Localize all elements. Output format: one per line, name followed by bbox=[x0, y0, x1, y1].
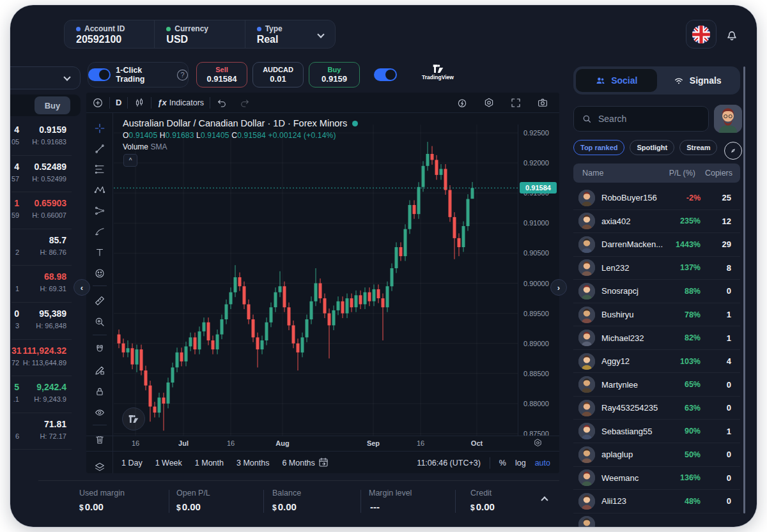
social-panel-scrollbar[interactable] bbox=[743, 66, 745, 513]
watchlist-row[interactable]: 4 05 0.9159 H: 0.91683 bbox=[12, 119, 72, 156]
watchlist-row[interactable]: 4 57 0.52489 H: 0.52499 bbox=[12, 156, 72, 193]
trader-row[interactable]: RoboBuyer156 -2% 25 bbox=[573, 186, 740, 210]
chart-type-button[interactable] bbox=[128, 93, 151, 112]
range-tab-3-months[interactable]: 3 Months bbox=[236, 459, 269, 467]
watchlist-row[interactable]: 5 .1 9,242.4 H: 9,243.9 bbox=[12, 376, 72, 413]
range-tab-1-day[interactable]: 1 Day bbox=[121, 459, 143, 467]
watchlist-group-dropdown[interactable] bbox=[10, 66, 81, 89]
chart-symbol-title[interactable]: Australian Dollar / Canadian Dollar · 1D… bbox=[123, 118, 347, 128]
lock-all-tool-icon[interactable] bbox=[94, 386, 105, 397]
account-type-field[interactable]: Type Real bbox=[245, 20, 335, 48]
trader-row[interactable]: Len232 137% 8 bbox=[573, 257, 740, 280]
chart-canvas[interactable] bbox=[114, 125, 518, 436]
hide-drawings-tool-icon[interactable] bbox=[94, 407, 105, 418]
watchlist-row[interactable]: 1 68.98 H: 69.31 bbox=[12, 266, 72, 303]
fullscreen-button[interactable] bbox=[504, 93, 527, 113]
price-axis[interactable]: 0.925000.920000.915000.910000.905000.900… bbox=[518, 125, 559, 436]
snapshot-button[interactable] bbox=[531, 93, 554, 113]
account-id-field[interactable]: Account ID 20592100 bbox=[65, 20, 154, 48]
range-tab-1-month[interactable]: 1 Month bbox=[195, 459, 224, 467]
brush-tool-icon[interactable] bbox=[94, 226, 105, 238]
log-scale-button[interactable]: log bbox=[515, 459, 526, 467]
interval-button[interactable]: D bbox=[110, 93, 127, 112]
time-axis-label: Aug bbox=[275, 439, 289, 447]
search-input[interactable] bbox=[598, 114, 688, 124]
watchlist-buy-price: 71.81 bbox=[44, 419, 66, 429]
buy-button[interactable]: Buy 0.9159 bbox=[309, 62, 360, 87]
chart-settings-button[interactable] bbox=[477, 93, 500, 113]
auto-scale-button[interactable]: auto bbox=[535, 459, 550, 467]
redo-button[interactable] bbox=[233, 93, 256, 112]
watchlist-row[interactable]: 1 59 0.65903 H: 0.66007 bbox=[12, 192, 72, 229]
tab-signals[interactable]: Signals bbox=[657, 69, 738, 92]
language-button[interactable] bbox=[686, 20, 717, 49]
alert-button[interactable] bbox=[451, 93, 474, 113]
trader-row[interactable]: Weemanc 136% 0 bbox=[573, 467, 740, 490]
collapse-watchlist-button[interactable]: ‹ bbox=[74, 279, 90, 296]
chevron-down-icon bbox=[63, 73, 70, 80]
watchlist-low-fragment: 2 bbox=[12, 248, 19, 256]
trader-row[interactable]: Aggy12 103% 4 bbox=[573, 350, 740, 374]
trend-line-tool-icon[interactable] bbox=[94, 143, 105, 155]
go-to-date-button[interactable] bbox=[318, 457, 329, 471]
ruler-tool-icon[interactable] bbox=[94, 295, 105, 307]
notifications-bell-icon[interactable] bbox=[724, 27, 740, 42]
collapse-stats-button[interactable] bbox=[541, 496, 548, 503]
undo-button[interactable] bbox=[210, 93, 233, 112]
range-tab-6-months[interactable]: 6 Months bbox=[282, 459, 314, 467]
watchlist-row[interactable]: 0 3 95,389 H: 96,848 bbox=[12, 303, 72, 340]
filter-chip-stream[interactable]: Stream bbox=[679, 140, 717, 155]
filter-chip-top-ranked[interactable]: Top ranked bbox=[573, 140, 624, 155]
tradingview-toggle[interactable] bbox=[374, 68, 397, 81]
crosshair-tool-icon[interactable] bbox=[94, 123, 105, 134]
time-axis[interactable]: 16Jul16AugSep16Oct bbox=[86, 436, 559, 451]
toolbar-divider bbox=[93, 425, 107, 425]
percent-scale-button[interactable]: % bbox=[499, 459, 506, 467]
watchlist-low-fragment: 72 bbox=[12, 359, 19, 367]
forecast-tool-icon[interactable] bbox=[94, 205, 105, 217]
user-avatar-button[interactable] bbox=[714, 105, 742, 133]
trader-row[interactable]: axia402 235% 12 bbox=[573, 210, 740, 234]
indicators-button[interactable]: ƒx Indicators bbox=[151, 93, 210, 112]
emoji-tool-icon[interactable] bbox=[94, 268, 105, 279]
add-symbol-button[interactable] bbox=[86, 93, 109, 112]
volume-pane-expand-button[interactable]: ^ bbox=[123, 154, 137, 167]
help-icon[interactable]: ? bbox=[177, 70, 188, 80]
watchlist-sell-price-fragment: 31 bbox=[12, 346, 19, 356]
tradingview-watermark[interactable] bbox=[122, 407, 145, 430]
trader-row[interactable]: Alii123 48% 0 bbox=[573, 490, 740, 513]
zoom-in-tool-icon[interactable] bbox=[94, 316, 105, 328]
fib-retracement-tool-icon[interactable] bbox=[94, 163, 105, 175]
trader-row[interactable]: Martynlee 65% 0 bbox=[573, 373, 740, 397]
text-tool-icon[interactable] bbox=[94, 247, 105, 258]
sell-button[interactable]: Sell 0.91584 bbox=[196, 62, 247, 87]
one-click-trading-toggle[interactable] bbox=[88, 68, 111, 81]
pattern-xabcd-tool-icon[interactable] bbox=[94, 184, 105, 195]
range-tab-1-week[interactable]: 1 Week bbox=[155, 459, 182, 467]
trader-row[interactable]: Ray453254235 63% 0 bbox=[573, 397, 740, 420]
instrument-volume-button[interactable]: AUDCAD 0.01 bbox=[252, 62, 304, 87]
axis-settings-button[interactable] bbox=[533, 438, 543, 450]
collapse-social-panel-button[interactable]: › bbox=[550, 279, 567, 296]
trader-row[interactable]: DarrenMacken... 1443% 29 bbox=[573, 233, 740, 257]
watchlist-row[interactable]: 6 71.81 H: 72.17 bbox=[12, 413, 72, 450]
trader-row[interactable]: Sebastiang55 90% 1 bbox=[573, 420, 740, 443]
tab-social[interactable]: Social bbox=[576, 69, 657, 92]
discover-compass-button[interactable] bbox=[724, 142, 742, 160]
trader-search[interactable] bbox=[573, 106, 709, 132]
currency-field[interactable]: Currency USD bbox=[154, 20, 244, 48]
session-clock[interactable]: 11:06:46 (UTC+3) bbox=[417, 459, 480, 467]
trader-row[interactable]: Michael232 82% 1 bbox=[573, 326, 740, 350]
watchlist-row[interactable]: 2 85.7 H: 86.76 bbox=[12, 229, 72, 266]
traders-table-header: Name P/L (%) Copiers bbox=[573, 163, 740, 183]
watchlist-row[interactable]: 31 72 111,924.32 H: 113,644.89 bbox=[12, 340, 72, 377]
trader-row[interactable]: aplaglup 50% 0 bbox=[573, 443, 740, 467]
trader-row[interactable]: Bushiryu 78% 1 bbox=[573, 303, 740, 327]
price-axis-label: 0.92500 bbox=[523, 129, 549, 137]
trader-row[interactable]: Snosrapcj 88% 0 bbox=[573, 280, 740, 303]
magnet-tool-icon[interactable] bbox=[94, 344, 105, 355]
filter-chip-spotlight[interactable]: Spotlight bbox=[630, 140, 674, 155]
watchlist-buy-tab[interactable]: Buy bbox=[35, 96, 70, 114]
drawing-sync-tool-icon[interactable] bbox=[94, 365, 105, 376]
trader-row[interactable] bbox=[573, 513, 740, 527]
